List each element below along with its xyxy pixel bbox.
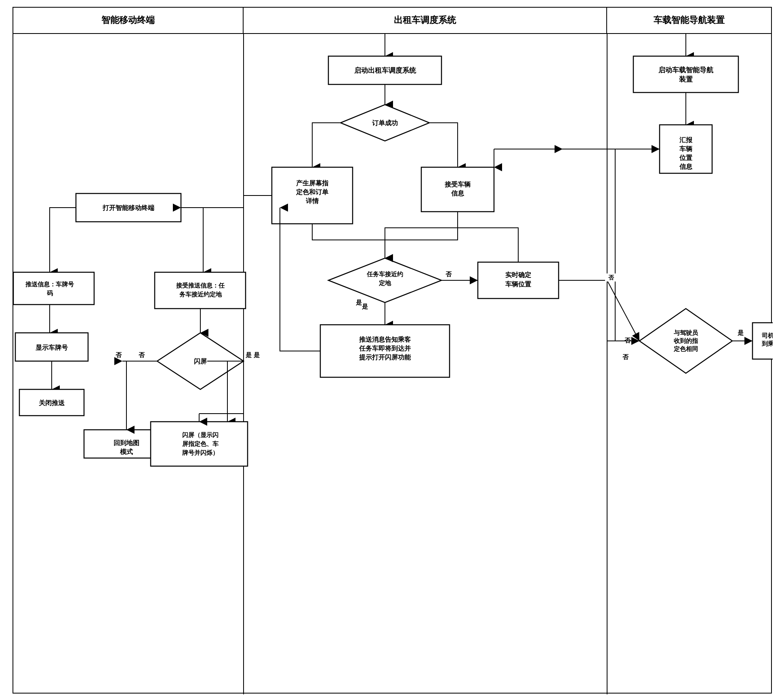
svg-text:推送信息：车牌号: 推送信息：车牌号 (25, 281, 74, 288)
header-col1: 智能移动终端 (13, 8, 244, 33)
svg-text:闪屏（显示闪: 闪屏（显示闪 (182, 431, 219, 438)
svg-rect-49 (478, 262, 559, 298)
svg-text:显示车牌号: 显示车牌号 (36, 344, 68, 351)
header-col2: 出租车调度系统 (244, 8, 607, 33)
svg-line-53 (607, 280, 639, 341)
svg-text:信息: 信息 (451, 190, 465, 197)
svg-text:定地: 定地 (378, 280, 391, 286)
svg-text:任务车即将到达并: 任务车即将到达并 (359, 345, 411, 352)
svg-text:否: 否 (115, 352, 122, 358)
svg-text:推送消息告知乘客: 推送消息告知乘客 (359, 336, 411, 343)
svg-text:产生屏幕指: 产生屏幕指 (296, 179, 329, 187)
svg-text:闪屏: 闪屏 (194, 358, 207, 365)
svg-text:回到地图: 回到地图 (114, 439, 139, 446)
svg-text:位置: 位置 (679, 154, 693, 161)
svg-text:关闭推送: 关闭推送 (38, 399, 65, 406)
svg-text:装置: 装置 (679, 76, 693, 83)
svg-text:启动车载智能导航: 启动车载智能导航 (658, 66, 714, 74)
svg-text:是: 是 (737, 330, 743, 336)
flowchart-svg: 启动车载智能导航 装置 汇报 车辆 位置 信息 与驾驶员 收到的指 定色相同 司… (13, 34, 773, 694)
svg-text:收到的指: 收到的指 (674, 338, 698, 344)
svg-text:与驾驶员: 与驾驶员 (674, 330, 698, 336)
svg-text:模式: 模式 (120, 448, 133, 455)
svg-text:到乘客: 到乘客 (761, 340, 773, 347)
svg-text:定色相同: 定色相同 (673, 345, 698, 352)
svg-rect-38 (421, 167, 494, 212)
svg-text:否: 否 (139, 352, 145, 358)
svg-text:任务车接近约: 任务车接近约 (366, 271, 403, 277)
svg-text:否: 否 (608, 275, 614, 281)
svg-text:牌号并闪烁）: 牌号并闪烁） (182, 449, 219, 456)
svg-text:车辆位置: 车辆位置 (505, 280, 532, 288)
svg-text:是: 是 (362, 303, 368, 310)
header-bar: 智能移动终端 出租车调度系统 车载智能导航装置 (13, 8, 771, 34)
svg-text:订单成功: 订单成功 (372, 120, 398, 126)
svg-text:司机找: 司机找 (761, 332, 773, 339)
svg-rect-71 (155, 272, 246, 309)
svg-text:详情: 详情 (306, 197, 319, 204)
svg-text:接受推送信息：任: 接受推送信息：任 (176, 282, 225, 289)
svg-text:接受车辆: 接受车辆 (444, 181, 471, 188)
svg-text:打开智能移动终端: 打开智能移动终端 (102, 204, 154, 211)
svg-text:信息: 信息 (679, 163, 693, 170)
svg-text:实时确定: 实时确定 (505, 271, 531, 278)
svg-text:定色和订单: 定色和订单 (296, 188, 329, 195)
svg-text:提示打开闪屏功能: 提示打开闪屏功能 (359, 353, 411, 361)
svg-text:屏指定色、车: 屏指定色、车 (182, 440, 219, 447)
svg-rect-34 (272, 167, 353, 224)
svg-text:否: 否 (622, 354, 628, 360)
svg-text:否: 否 (446, 271, 452, 277)
main-diagram: 智能移动终端 出租车调度系统 车载智能导航装置 启动车载智能导航 (13, 7, 772, 694)
header-col3: 车载智能导航装置 (607, 8, 771, 33)
svg-text:务车接近约定地: 务车接近约定地 (179, 291, 222, 298)
svg-text:汇报: 汇报 (679, 137, 693, 143)
svg-rect-62 (13, 272, 94, 305)
svg-text:是: 是 (254, 352, 260, 358)
svg-text:启动出租车调度系统: 启动出租车调度系统 (353, 66, 416, 74)
svg-rect-7 (633, 56, 738, 92)
svg-text:是: 是 (355, 299, 362, 306)
svg-text:车辆: 车辆 (679, 145, 692, 152)
svg-text:是: 是 (246, 352, 252, 358)
svg-text:码: 码 (46, 290, 53, 296)
